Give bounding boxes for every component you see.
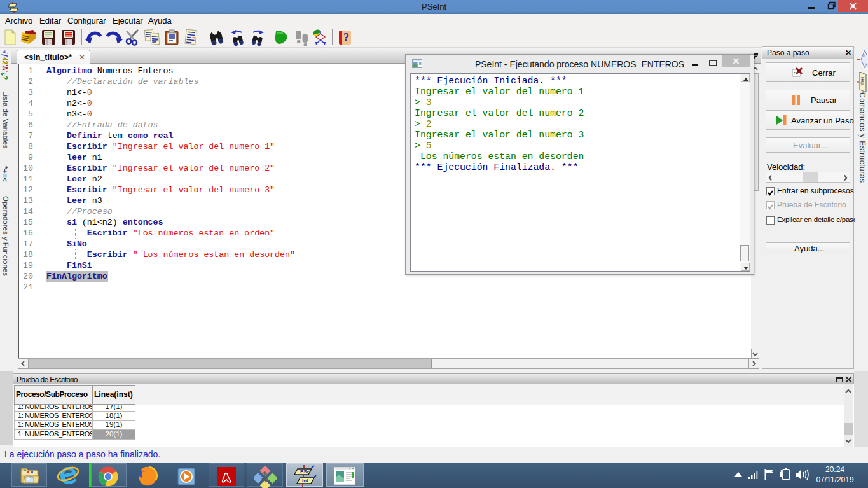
svg-text:Hoja: Hoja	[860, 77, 865, 86]
svg-text:PSe: PSe	[300, 469, 310, 475]
svg-text:?: ?	[343, 31, 349, 44]
svg-text:Int: Int	[302, 478, 308, 484]
svg-text:si: si	[862, 55, 866, 57]
